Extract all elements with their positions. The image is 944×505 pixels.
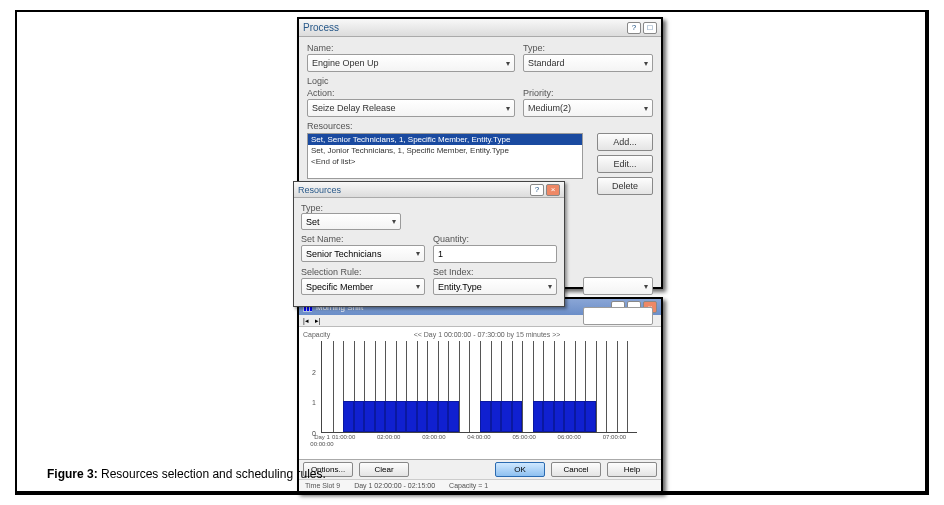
resources-title: Resources	[298, 185, 341, 195]
chart-bar[interactable]	[406, 401, 417, 432]
schedule-statusbar: Time Slot 9 Day 1 02:00:00 - 02:15:00 Ca…	[299, 479, 661, 491]
chart-bar[interactable]	[364, 401, 375, 432]
hidden-dropdown[interactable]	[583, 277, 653, 295]
chart-plot-area[interactable]: Day 1 00:00:00 012	[321, 341, 637, 433]
chart-bar[interactable]	[585, 401, 596, 432]
chart-bar[interactable]	[533, 401, 544, 432]
resources-titlebar: Resources ? ×	[294, 182, 564, 198]
schedule-clear-button[interactable]: Clear	[359, 462, 409, 477]
chart-xaxis-labels: 01:00:0002:00:0003:00:0004:00:0005:00:00…	[321, 433, 637, 440]
chart-bar[interactable]	[501, 401, 512, 432]
ytick-label: 1	[312, 399, 316, 406]
action-label: Action:	[307, 88, 515, 98]
chart-bar[interactable]	[385, 401, 396, 432]
xtick-label: 04:00:00	[456, 434, 501, 440]
schedule-bottombar: Options... Clear OK Cancel Help	[299, 459, 661, 479]
chart-bar[interactable]	[448, 401, 459, 432]
selection-rule-label: Selection Rule:	[301, 267, 425, 277]
resources-close-icon[interactable]: ×	[546, 184, 560, 196]
set-name-dropdown[interactable]: Senior Technicians	[301, 245, 425, 262]
maximize-icon[interactable]: □	[643, 22, 657, 34]
schedule-help-button[interactable]: Help	[607, 462, 657, 477]
ytick-label: 0	[312, 430, 316, 437]
priority-label: Priority:	[523, 88, 653, 98]
type-dropdown[interactable]: Standard	[523, 54, 653, 72]
resources-body: Type: Set Set Name: Senior Technicians Q…	[294, 198, 564, 306]
chart-bar[interactable]	[427, 401, 438, 432]
chart-origin-label: Day 1 00:00:00	[304, 434, 340, 448]
chart-bar[interactable]	[512, 401, 523, 432]
status-range: Day 1 02:00:00 - 02:15:00	[354, 482, 435, 489]
xtick-label: 06:00:00	[547, 434, 592, 440]
xtick-label: 02:00:00	[366, 434, 411, 440]
xtick-label: 07:00:00	[592, 434, 637, 440]
name-label: Name:	[307, 43, 515, 53]
figure-caption: Figure 3: Resources selection and schedu…	[47, 467, 326, 481]
schedule-ok-button[interactable]: OK	[495, 462, 545, 477]
quantity-label: Quantity:	[433, 234, 557, 244]
help-icon[interactable]: ?	[627, 22, 641, 34]
priority-dropdown[interactable]: Medium(2)	[523, 99, 653, 117]
status-slot: Time Slot 9	[305, 482, 340, 489]
chart-bar[interactable]	[354, 401, 365, 432]
add-button[interactable]: Add...	[597, 133, 653, 151]
chart-bar[interactable]	[543, 401, 554, 432]
process-title: Process	[303, 22, 339, 33]
ytick-label: 2	[312, 368, 316, 375]
schedule-window: Morning Shift – □ × |◂ ▸| Capacity << Da…	[297, 297, 663, 493]
action-dropdown[interactable]: Seize Delay Release	[307, 99, 515, 117]
resources-section-label: Resources:	[307, 121, 653, 131]
set-name-label: Set Name:	[301, 234, 425, 244]
chart-bar[interactable]	[491, 401, 502, 432]
logic-label: Logic	[307, 76, 653, 86]
process-window-buttons: ? □	[627, 22, 657, 34]
list-item[interactable]: Set, Senior Technicians, 1, Specific Mem…	[308, 134, 582, 145]
delete-button[interactable]: Delete	[597, 177, 653, 195]
chart-bar[interactable]	[343, 401, 354, 432]
resources-dialog: Resources ? × Type: Set Set Name: Senior…	[293, 181, 565, 307]
res-type-dropdown[interactable]: Set	[301, 213, 401, 230]
chart-bar[interactable]	[396, 401, 407, 432]
status-capacity: Capacity = 1	[449, 482, 488, 489]
chart-bar[interactable]	[375, 401, 386, 432]
res-type-label: Type:	[301, 203, 323, 213]
set-index-dropdown[interactable]: Entity.Type	[433, 278, 557, 295]
figure-content: Process ? □ Name: Engine Open Up Type: S…	[297, 17, 663, 493]
chart-bar[interactable]	[554, 401, 565, 432]
chart-bar[interactable]	[417, 401, 428, 432]
process-dialog: Process ? □ Name: Engine Open Up Type: S…	[297, 17, 663, 289]
chart-bar[interactable]	[438, 401, 449, 432]
edit-button[interactable]: Edit...	[597, 155, 653, 173]
chart-bar[interactable]	[564, 401, 575, 432]
quantity-field[interactable]: 1	[433, 245, 557, 263]
list-item[interactable]: <End of list>	[308, 156, 582, 167]
chart-bar[interactable]	[575, 401, 586, 432]
xtick-label: 03:00:00	[411, 434, 456, 440]
xtick-label: 05:00:00	[502, 434, 547, 440]
selection-rule-dropdown[interactable]: Specific Member	[301, 278, 425, 295]
figure-frame: Process ? □ Name: Engine Open Up Type: S…	[15, 10, 929, 495]
resources-listbox[interactable]: Set, Senior Technicians, 1, Specific Mem…	[307, 133, 583, 179]
list-item[interactable]: Set, Jonior Technicians, 1, Specific Mem…	[308, 145, 582, 156]
hidden-textbox[interactable]	[583, 307, 653, 325]
name-dropdown[interactable]: Engine Open Up	[307, 54, 515, 72]
chart-ylabel: Capacity	[303, 331, 330, 338]
set-index-label: Set Index:	[433, 267, 557, 277]
chart-subtitle: << Day 1 00:00:00 - 07:30:00 by 15 minut…	[321, 331, 653, 341]
type-label: Type:	[523, 43, 653, 53]
schedule-chart: Capacity << Day 1 00:00:00 - 07:30:00 by…	[299, 327, 661, 459]
resources-help-icon[interactable]: ?	[530, 184, 544, 196]
chart-bar[interactable]	[480, 401, 491, 432]
process-titlebar: Process ? □	[299, 19, 661, 37]
schedule-cancel-button[interactable]: Cancel	[551, 462, 601, 477]
